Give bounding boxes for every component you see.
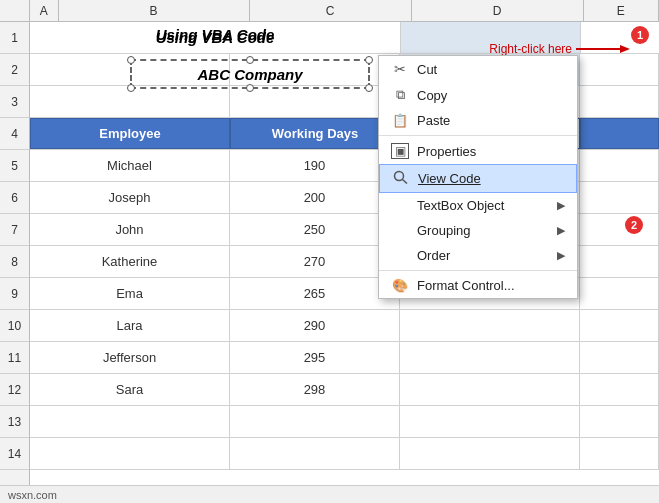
badge-1: 1 xyxy=(631,26,649,44)
menu-label-properties: Properties xyxy=(417,144,565,159)
cell-c10: 290 xyxy=(230,310,400,341)
handle-bm xyxy=(246,84,254,92)
menu-item-view-code[interactable]: View Code xyxy=(379,164,577,193)
textbox-object-arrow: ▶ xyxy=(557,199,565,212)
row-num-13: 13 xyxy=(0,406,29,438)
row3-e xyxy=(580,86,659,117)
menu-label-grouping: Grouping xyxy=(417,223,549,238)
cell-d10 xyxy=(400,310,580,341)
cell-e8 xyxy=(580,246,659,277)
row-12: Sara 298 xyxy=(30,374,659,406)
cell-d11 xyxy=(400,342,580,373)
cell-b7: John xyxy=(30,214,230,245)
handle-bl xyxy=(127,84,135,92)
copy-icon: ⧉ xyxy=(391,87,409,103)
row-num-14: 14 xyxy=(0,438,29,470)
cell-c8: 270 xyxy=(230,246,400,277)
row-num-6: 6 xyxy=(0,182,29,214)
cell-e14 xyxy=(580,438,659,469)
cell-b13 xyxy=(30,406,230,437)
cell-c12: 298 xyxy=(230,374,400,405)
cell-d14 xyxy=(400,438,580,469)
cell-b11: Jefferson xyxy=(30,342,230,373)
menu-item-format-control[interactable]: 🎨 Format Control... xyxy=(379,273,577,298)
header-working-days: Working Days xyxy=(230,118,400,149)
row4-e xyxy=(580,118,659,149)
menu-item-order[interactable]: Order ▶ xyxy=(379,243,577,268)
annotation-container: Right-click here xyxy=(489,42,631,56)
menu-label-view-code: View Code xyxy=(418,171,564,186)
row-num-5: 5 xyxy=(0,150,29,182)
cell-d13 xyxy=(400,406,580,437)
handle-tm xyxy=(246,56,254,64)
row-num-12: 12 xyxy=(0,374,29,406)
row-num-9: 9 xyxy=(0,278,29,310)
cell-b10: Lara xyxy=(30,310,230,341)
status-bar: wsxn.com xyxy=(0,485,659,503)
row-11: Jefferson 295 xyxy=(30,342,659,374)
cell-b6: Joseph xyxy=(30,182,230,213)
cell-c6: 200 xyxy=(230,182,400,213)
menu-label-copy: Copy xyxy=(417,88,565,103)
menu-label-cut: Cut xyxy=(417,62,565,77)
arrow-svg xyxy=(576,43,631,55)
col-header-d: D xyxy=(412,0,584,21)
cell-c13 xyxy=(230,406,400,437)
menu-label-order: Order xyxy=(417,248,549,263)
properties-icon: ▣ xyxy=(391,143,409,159)
cell-b5: Michael xyxy=(30,150,230,181)
status-text: wsxn.com xyxy=(8,489,57,501)
svg-line-1 xyxy=(403,180,408,184)
svg-marker-3 xyxy=(620,45,630,53)
cell-c11: 295 xyxy=(230,342,400,373)
cell-e6 xyxy=(580,182,659,213)
menu-item-textbox-object[interactable]: TextBox Object ▶ xyxy=(379,193,577,218)
title-cell: Using VBA Code xyxy=(30,22,400,53)
cell-e9 xyxy=(580,278,659,309)
col-header-a: A xyxy=(30,0,59,21)
row-num-1: 1 xyxy=(0,22,29,54)
row-10: Lara 290 xyxy=(30,310,659,342)
cell-c5: 190 xyxy=(230,150,400,181)
row-num-10: 10 xyxy=(0,310,29,342)
order-arrow: ▶ xyxy=(557,249,565,262)
row-num-11: 11 xyxy=(0,342,29,374)
handle-tr xyxy=(365,56,373,64)
separator-2 xyxy=(379,270,577,271)
separator-1 xyxy=(379,135,577,136)
row-num-2: 2 xyxy=(0,54,29,86)
cell-e11 xyxy=(580,342,659,373)
menu-item-paste[interactable]: 📋 Paste xyxy=(379,108,577,133)
cell-d12 xyxy=(400,374,580,405)
textbox-label: ABC Company xyxy=(197,66,302,83)
menu-item-cut[interactable]: ✂ Cut xyxy=(379,56,577,82)
cell-b14 xyxy=(30,438,230,469)
menu-item-copy[interactable]: ⧉ Copy xyxy=(379,82,577,108)
cell-b8: Katherine xyxy=(30,246,230,277)
format-control-icon: 🎨 xyxy=(391,278,409,293)
row2-e xyxy=(580,54,659,85)
menu-item-properties[interactable]: ▣ Properties xyxy=(379,138,577,164)
cell-e13 xyxy=(580,406,659,437)
column-headers: A B C D E xyxy=(0,0,659,22)
arrow-container xyxy=(576,43,631,55)
cell-c7: 250 xyxy=(230,214,400,245)
annotation-text: Right-click here xyxy=(489,42,572,56)
textbox-abc-company[interactable]: ABC Company xyxy=(130,59,370,89)
svg-point-0 xyxy=(395,172,404,181)
grouping-arrow: ▶ xyxy=(557,224,565,237)
context-menu[interactable]: ✂ Cut ⧉ Copy 📋 Paste ▣ Properties xyxy=(378,55,578,299)
cell-c9: 265 xyxy=(230,278,400,309)
header-employee: Employee xyxy=(30,118,230,149)
menu-label-paste: Paste xyxy=(417,113,565,128)
handle-tl xyxy=(127,56,135,64)
cell-b9: Ema xyxy=(30,278,230,309)
cell-b12: Sara xyxy=(30,374,230,405)
cell-e7 xyxy=(580,214,659,245)
cell-e5 xyxy=(580,150,659,181)
menu-item-grouping[interactable]: Grouping ▶ xyxy=(379,218,577,243)
paste-icon: 📋 xyxy=(391,113,409,128)
cell-e12 xyxy=(580,374,659,405)
corner-cell xyxy=(0,0,30,21)
handle-br xyxy=(365,84,373,92)
